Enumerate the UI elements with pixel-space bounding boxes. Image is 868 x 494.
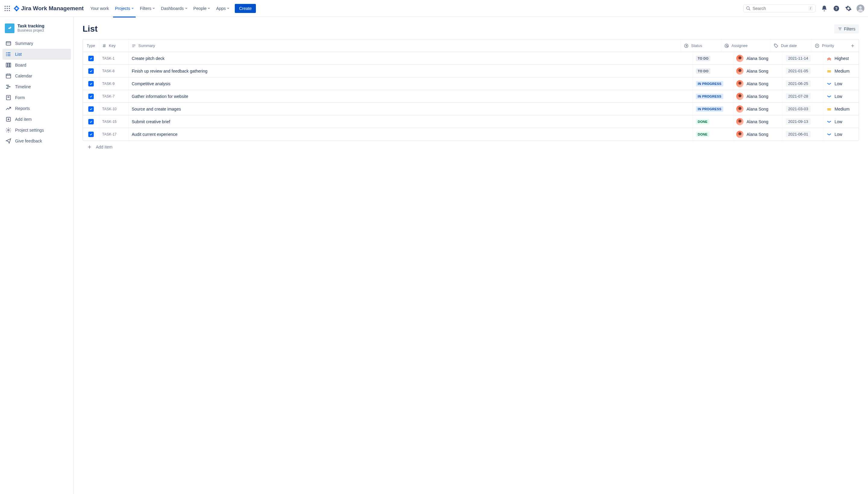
nav-projects[interactable]: Projects: [112, 4, 136, 13]
cell-type[interactable]: [83, 115, 99, 128]
cell-type[interactable]: [83, 77, 99, 90]
cell-priority[interactable]: Low: [824, 128, 858, 140]
cell-duedate[interactable]: 2021-03-03: [783, 103, 824, 115]
nav-your-work[interactable]: Your work: [88, 4, 112, 13]
create-button[interactable]: Create: [235, 4, 256, 13]
cell-summary[interactable]: Create pitch deck: [129, 52, 693, 64]
cell-assignee[interactable]: Alana Song: [733, 52, 783, 64]
sidebar-item-list[interactable]: List: [2, 49, 71, 60]
column-header-duedate[interactable]: Due date: [771, 39, 812, 52]
cell-summary[interactable]: Finish up review and feedback gathering: [129, 65, 693, 77]
cell-assignee[interactable]: Alana Song: [733, 103, 783, 115]
app-switcher-icon[interactable]: [4, 5, 11, 12]
cell-type[interactable]: [83, 90, 99, 102]
cell-status[interactable]: IN PROGRESS: [693, 77, 733, 90]
column-header-key[interactable]: Key: [99, 39, 129, 52]
sidebar-item-timeline[interactable]: Timeline: [2, 81, 71, 92]
cell-assignee[interactable]: Alana Song: [733, 128, 783, 140]
filters-button[interactable]: Filters: [834, 24, 859, 34]
nav-dashboards[interactable]: Dashboards: [159, 4, 190, 13]
cell-key[interactable]: TASK-15: [99, 115, 129, 128]
column-header-priority[interactable]: Priority: [812, 39, 847, 52]
cell-priority[interactable]: Low: [824, 115, 858, 128]
column-header-type[interactable]: Type: [83, 39, 99, 52]
plus-icon: [850, 43, 855, 48]
cell-status[interactable]: TO DO: [693, 52, 733, 64]
table-row[interactable]: TASK-8Finish up review and feedback gath…: [83, 65, 858, 77]
table-row[interactable]: TASK-15Submit creative briefDONEAlana So…: [83, 115, 858, 128]
cell-assignee[interactable]: Alana Song: [733, 115, 783, 128]
cell-duedate[interactable]: 2021-11-14: [783, 52, 824, 64]
cell-priority[interactable]: Low: [824, 77, 858, 90]
sidebar-item-project-settings[interactable]: Project settings: [2, 125, 71, 136]
status-lozenge: IN PROGRESS: [696, 94, 723, 99]
nav-filters[interactable]: Filters: [137, 4, 157, 13]
cell-status[interactable]: IN PROGRESS: [693, 90, 733, 102]
cell-priority[interactable]: Medium: [824, 103, 858, 115]
column-header-summary[interactable]: Summary: [129, 39, 681, 52]
cell-key[interactable]: TASK-10: [99, 103, 129, 115]
column-header-assignee[interactable]: Assignee: [721, 39, 771, 52]
cell-assignee[interactable]: Alana Song: [733, 90, 783, 102]
task-type-icon: [88, 56, 94, 61]
cell-priority[interactable]: Medium: [824, 65, 858, 77]
add-item-row[interactable]: Add item: [82, 141, 859, 153]
search-input-wrapper[interactable]: /: [743, 4, 816, 12]
cell-duedate[interactable]: 2021-06-01: [783, 128, 824, 140]
table-row[interactable]: TASK-17Audit current experienceDONEAlana…: [83, 128, 858, 141]
cell-summary[interactable]: Source and create images: [129, 103, 693, 115]
cell-priority[interactable]: Highest: [824, 52, 858, 64]
cell-assignee[interactable]: Alana Song: [733, 65, 783, 77]
settings-icon[interactable]: [845, 4, 852, 12]
list-icon: [5, 51, 12, 57]
cell-key[interactable]: TASK-8: [99, 65, 129, 77]
svg-point-1: [7, 6, 8, 7]
cell-priority[interactable]: Low: [824, 90, 858, 102]
table-row[interactable]: TASK-7Gather information for websiteIN P…: [83, 90, 858, 103]
cell-key[interactable]: TASK-1: [99, 52, 129, 64]
priority-medium-icon: [827, 107, 832, 111]
notifications-icon[interactable]: [820, 4, 828, 12]
cell-assignee[interactable]: Alana Song: [733, 77, 783, 90]
cell-duedate[interactable]: 2021-06-25: [783, 77, 824, 90]
table-row[interactable]: TASK-9Competitive analysisIN PROGRESSAla…: [83, 77, 858, 90]
nav-people[interactable]: People: [191, 4, 213, 13]
search-kbd-hint: /: [808, 6, 813, 11]
nav-apps[interactable]: Apps: [214, 4, 232, 13]
sidebar-item-add-item[interactable]: Add item: [2, 114, 71, 125]
sidebar-item-board[interactable]: Board: [2, 60, 71, 71]
sidebar-item-form[interactable]: Form: [2, 92, 71, 103]
cell-summary[interactable]: Competitive analysis: [129, 77, 693, 90]
cell-type[interactable]: [83, 103, 99, 115]
add-column-button[interactable]: [847, 39, 858, 52]
cell-type[interactable]: [83, 128, 99, 140]
svg-point-22: [6, 54, 7, 55]
table-row[interactable]: TASK-10Source and create imagesIN PROGRE…: [83, 103, 858, 115]
table-row[interactable]: TASK-1Create pitch deckTO DOAlana Song20…: [83, 52, 858, 65]
cell-key[interactable]: TASK-9: [99, 77, 129, 90]
sidebar-item-calendar[interactable]: Calendar: [2, 71, 71, 81]
cell-summary[interactable]: Submit creative brief: [129, 115, 693, 128]
product-logo[interactable]: Jira Work Management: [13, 5, 84, 12]
search-input[interactable]: [753, 6, 807, 11]
cell-key[interactable]: TASK-17: [99, 128, 129, 140]
cell-key[interactable]: TASK-7: [99, 90, 129, 102]
cell-status[interactable]: DONE: [693, 115, 733, 128]
sidebar-item-summary[interactable]: Summary: [2, 38, 71, 49]
cell-status[interactable]: TO DO: [693, 65, 733, 77]
cell-duedate[interactable]: 2021-07-28: [783, 90, 824, 102]
cell-type[interactable]: [83, 65, 99, 77]
cell-status[interactable]: DONE: [693, 128, 733, 140]
cell-type[interactable]: [83, 52, 99, 64]
cell-summary[interactable]: Gather information for website: [129, 90, 693, 102]
profile-avatar[interactable]: [856, 4, 864, 12]
cell-status[interactable]: IN PROGRESS: [693, 103, 733, 115]
sidebar-item-reports[interactable]: Reports: [2, 103, 71, 114]
sidebar-item-give-feedback[interactable]: Give feedback: [2, 136, 71, 146]
help-icon[interactable]: ?: [832, 4, 840, 12]
cell-duedate[interactable]: 2021-01-05: [783, 65, 824, 77]
cell-duedate[interactable]: 2021-09-13: [783, 115, 824, 128]
column-header-status[interactable]: Status: [681, 39, 721, 52]
cell-summary[interactable]: Audit current experience: [129, 128, 693, 140]
project-header[interactable]: Task tracking Business project: [2, 22, 71, 38]
